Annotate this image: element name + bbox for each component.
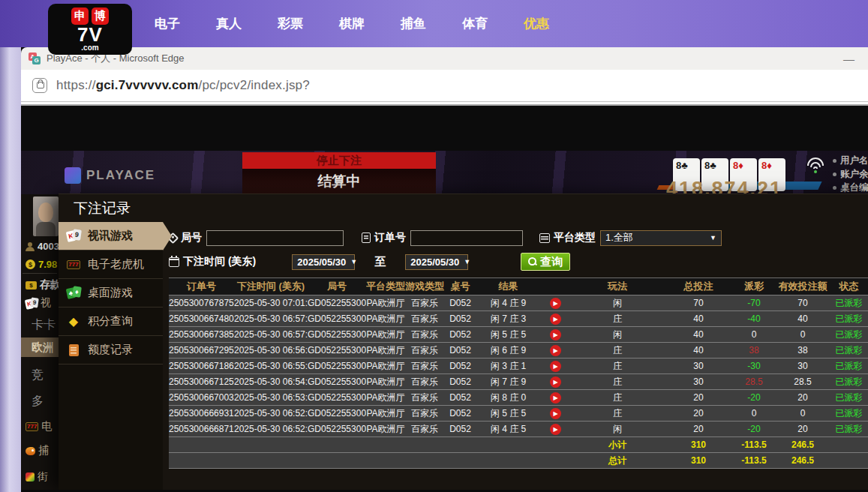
cell-play: ▶ [540, 423, 570, 435]
deposit-label: 存款 [40, 278, 61, 292]
sidebar-item-1[interactable]: 卡卡 [26, 317, 56, 333]
cell-time: 2025-05-30 06:54:43 [234, 376, 308, 387]
cell-valid: 40 [776, 314, 830, 324]
tab-label: 额度记录 [88, 343, 133, 357]
bullet-icon [833, 159, 836, 163]
tab-桌面游戏[interactable]: 桌面游戏 [59, 279, 163, 308]
sidebar-item-4[interactable]: 多 [26, 394, 44, 410]
order-input[interactable] [410, 230, 523, 246]
cell-total: 20 [665, 392, 732, 403]
play-video-button[interactable]: ▶ [550, 376, 561, 388]
cell-order: 250530066748040 [169, 314, 234, 324]
chevron-down-icon: ▼ [350, 258, 357, 266]
sidebar-item-0[interactable]: 视 [26, 296, 51, 310]
play-video-button[interactable]: ▶ [550, 424, 561, 435]
cell-table: D052 [444, 329, 476, 340]
cell-payout: 0 [732, 329, 776, 340]
cell-order: 250530066687196 [169, 424, 234, 434]
deposit-button[interactable]: $ 存款 [26, 278, 61, 292]
cell-valid: 20 [776, 392, 830, 403]
site-logo[interactable]: 申 博 7V .com [48, 4, 132, 55]
table-row: 2505300667385102025-05-30 06:57:00GD0522… [169, 327, 868, 343]
cell-total: 20 [665, 424, 732, 434]
table-row: 2505300667186802025-05-30 06:55:17GD0522… [169, 358, 868, 374]
minimize-button[interactable]: — [839, 52, 859, 65]
cell-game: 百家乐 [405, 360, 444, 373]
cell-payout: 38 [732, 345, 776, 356]
round-input[interactable] [206, 230, 344, 246]
sidebar-item-7[interactable]: 街 [26, 470, 48, 484]
play-video-button[interactable]: ▶ [550, 408, 561, 419]
cell-result: 闲 4 庄 9 [476, 297, 540, 310]
platform-select[interactable]: 1.全部 ▼ [600, 230, 722, 246]
table-row: 2505300667125932025-05-30 06:54:43GD0522… [169, 374, 868, 390]
cell-platform: PA欧洲厅 [366, 376, 405, 388]
banner-settling: 结算中 [242, 169, 436, 194]
nav-item-1[interactable]: 电子 [137, 15, 198, 32]
cell-order: 250530066718680 [169, 361, 234, 371]
platform-label: 平台类型 [539, 231, 596, 244]
url-domain: gci.7vvvvvv.com [96, 78, 199, 92]
nav-item-3[interactable]: 彩票 [260, 15, 321, 32]
date-to-select[interactable]: 2025/05/30 ▼ [405, 254, 468, 270]
tab-积分查询[interactable]: ◆积分查询 [59, 308, 163, 336]
to-label: 至 [374, 255, 386, 269]
sidebar-item-2[interactable]: 欧洲 [21, 338, 59, 357]
balance-row: $ 7.98 [26, 259, 57, 270]
sidebar-item-3[interactable]: 竞 [26, 368, 44, 383]
subtotal-cell-valid: 246.5 [776, 440, 830, 450]
cell-result: 闲 7 庄 9 [476, 376, 540, 388]
bullet-icon [833, 172, 836, 176]
browser-titlebar[interactable]: A G PlayAce - 个人 - Microsoft Edge — [21, 47, 868, 70]
nav-item-4[interactable]: 棋牌 [321, 15, 383, 32]
greencards-glyph [67, 286, 80, 299]
deposit-icon: $ [26, 281, 37, 290]
cell-result: 闲 5 庄 5 [476, 407, 540, 420]
filter-row-1: 局号 订单号 平台类型 1.全部 [169, 228, 868, 248]
play-video-button[interactable]: ▶ [550, 329, 561, 340]
nav-item-2[interactable]: 真人 [198, 15, 260, 32]
url-text[interactable]: https://gci.7vvvvvv.com/pc/pcv2/index.js… [56, 78, 310, 93]
play-video-button[interactable]: ▶ [550, 298, 561, 309]
browser-urlbar[interactable]: https://gci.7vvvvvv.com/pc/pcv2/index.js… [21, 70, 868, 102]
cell-round: GD052255300PU [308, 298, 366, 308]
date-from-select[interactable]: 2025/05/30 ▼ [292, 254, 355, 270]
desktop-left-strip [0, 47, 21, 492]
cell-platform: PA欧洲厅 [366, 407, 405, 420]
cell-play: ▶ [540, 328, 570, 340]
play-video-button[interactable]: ▶ [550, 345, 561, 356]
cell-table: D052 [444, 392, 476, 403]
table-row: 2505300666931812025-05-30 06:52:58GD0522… [169, 406, 868, 422]
nav-item-7[interactable]: 优惠 [506, 15, 567, 32]
sidebar-item-label: 卡卡 [32, 317, 56, 333]
cell-table: D052 [444, 408, 476, 418]
tab-电子老虎机[interactable]: 777电子老虎机 [59, 250, 163, 279]
avatar[interactable] [33, 196, 59, 236]
cell-total: 30 [665, 376, 732, 387]
tab-视讯游戏[interactable]: 视讯游戏 [59, 222, 163, 250]
sidebar-item-5[interactable]: 777电 [26, 420, 52, 434]
cell-game: 百家乐 [405, 376, 444, 388]
search-button[interactable]: 查询 [521, 253, 570, 271]
play-video-button[interactable]: ▶ [550, 361, 561, 372]
online-users-value: 4003 [38, 241, 59, 252]
playace-logo-icon [65, 167, 81, 184]
sidebar-item-6[interactable]: 捕 [26, 444, 49, 458]
logo-badge-shen: 申 [71, 8, 89, 25]
cell-game: 百家乐 [405, 423, 444, 436]
cell-order: 250530066712593 [169, 376, 234, 387]
sidebar-item-label: 视 [41, 296, 51, 310]
money-bag-icon: $ [26, 260, 35, 269]
tab-额度记录[interactable]: 额度记录 [59, 336, 163, 364]
lock-icon[interactable] [32, 78, 47, 93]
order-label: 订单号 [362, 231, 406, 244]
cell-valid: 70 [776, 298, 830, 308]
cards-icon [65, 230, 82, 243]
play-video-button[interactable]: ▶ [550, 392, 561, 404]
nav-item-5[interactable]: 捕鱼 [383, 15, 444, 32]
grand-total-cell-total: 310 [665, 455, 732, 466]
modal-tabs: 视讯游戏777电子老虎机桌面游戏◆积分查询额度记录 [59, 222, 163, 490]
cell-play: ▶ [540, 392, 570, 404]
nav-item-6[interactable]: 体育 [444, 15, 506, 32]
play-video-button[interactable]: ▶ [550, 314, 561, 325]
